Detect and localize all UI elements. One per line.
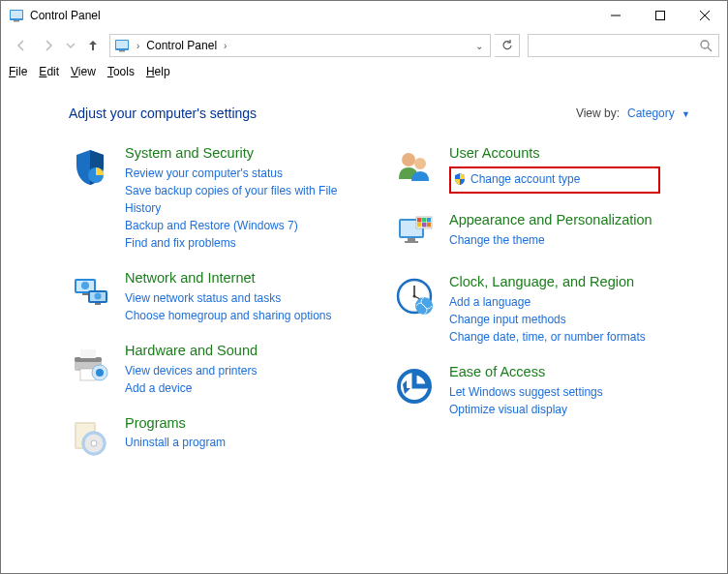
control-panel-icon [114, 38, 130, 53]
svg-point-18 [95, 292, 102, 299]
users-icon [393, 146, 436, 189]
category-title[interactable]: Appearance and Personalization [449, 211, 690, 229]
link-text: Change account type [470, 172, 580, 186]
uac-shield-icon [453, 172, 467, 186]
svg-rect-44 [427, 223, 431, 227]
svg-rect-36 [408, 238, 415, 241]
category-link[interactable]: Change the theme [449, 231, 690, 249]
svg-rect-4 [656, 12, 665, 20]
window-title: Control Panel [30, 9, 593, 22]
maximize-button[interactable] [638, 1, 682, 30]
svg-rect-42 [417, 223, 422, 227]
window-controls [593, 1, 727, 30]
chevron-right-icon[interactable]: › [224, 41, 227, 51]
svg-point-15 [81, 282, 89, 289]
close-button[interactable] [682, 1, 727, 30]
content-header: Adjust your computer's settings View by:… [69, 106, 690, 121]
category-system-security: System and Security Review your computer… [69, 144, 366, 252]
category-clock-language-region: Clock, Language, and Region Add a langua… [393, 273, 690, 346]
category-link[interactable]: Review your computer's status [125, 165, 366, 182]
category-title[interactable]: Clock, Language, and Region [449, 273, 690, 291]
svg-rect-43 [422, 223, 427, 227]
svg-point-26 [96, 369, 104, 377]
svg-rect-19 [82, 293, 88, 295]
category-title[interactable]: Ease of Access [449, 363, 690, 381]
category-title[interactable]: Network and Internet [125, 269, 366, 287]
svg-line-11 [708, 47, 712, 51]
left-column: System and Security Review your computer… [69, 144, 366, 476]
svg-rect-39 [417, 218, 422, 223]
svg-point-32 [402, 153, 415, 166]
breadcrumb[interactable]: Control Panel [146, 39, 217, 52]
category-link[interactable]: Choose homegroup and sharing options [125, 307, 366, 324]
menu-bar: File Edit View Tools Help [1, 61, 727, 82]
up-button[interactable] [80, 33, 106, 58]
address-dropdown[interactable]: ⌄ [470, 41, 488, 51]
svg-rect-9 [119, 50, 125, 52]
svg-point-33 [414, 158, 426, 169]
category-link[interactable]: Add a device [125, 379, 366, 397]
category-link[interactable]: Optimize visual display [449, 401, 690, 418]
recent-dropdown[interactable] [63, 33, 78, 58]
minimize-button[interactable] [593, 1, 638, 30]
category-link[interactable]: Find and fix problems [125, 234, 366, 252]
control-panel-icon [9, 8, 24, 23]
view-by-value: Category [627, 106, 675, 120]
menu-help[interactable]: Help [146, 65, 170, 78]
category-link[interactable]: Change input methods [449, 311, 690, 328]
category-title[interactable]: User Accounts [449, 144, 690, 163]
category-link[interactable]: Add a language [449, 293, 690, 311]
svg-point-49 [413, 294, 416, 297]
svg-rect-23 [80, 349, 96, 358]
ease-of-access-icon [393, 365, 436, 408]
chevron-down-icon: ▼ [682, 109, 690, 119]
svg-rect-41 [427, 218, 431, 223]
category-appearance-personalization: Appearance and Personalization Change th… [393, 211, 690, 256]
category-title[interactable]: Programs [125, 414, 366, 433]
menu-edit[interactable]: Edit [39, 65, 59, 78]
right-column: User Accounts Change account type [393, 144, 690, 476]
network-icon [69, 271, 111, 314]
category-title[interactable]: Hardware and Sound [125, 342, 366, 360]
search-input[interactable] [528, 34, 719, 57]
category-ease-of-access: Ease of Access Let Windows suggest setti… [393, 363, 690, 418]
content-area: Adjust your computer's settings View by:… [1, 82, 727, 476]
search-icon [699, 39, 713, 52]
menu-file[interactable]: File [9, 65, 27, 78]
category-link[interactable]: Uninstall a program [125, 434, 366, 451]
category-link[interactable]: View devices and printers [125, 362, 366, 379]
chevron-right-icon[interactable]: › [136, 41, 139, 51]
category-programs: Programs Uninstall a program [69, 414, 366, 459]
svg-rect-1 [11, 11, 22, 18]
view-by-label: View by: [576, 106, 620, 120]
menu-view[interactable]: View [71, 65, 96, 78]
view-by-dropdown[interactable]: Category ▼ [627, 106, 690, 120]
category-link[interactable]: Backup and Restore (Windows 7) [125, 217, 366, 234]
printer-icon [69, 344, 111, 386]
address-bar[interactable]: › Control Panel › ⌄ [109, 34, 491, 57]
svg-rect-40 [422, 218, 427, 223]
category-title[interactable]: System and Security [125, 144, 366, 163]
forward-button[interactable] [36, 33, 61, 58]
page-heading: Adjust your computer's settings [69, 106, 576, 121]
personalization-icon [393, 213, 436, 256]
category-link[interactable]: Change date, time, or number formats [449, 328, 690, 346]
svg-rect-20 [95, 303, 101, 305]
svg-rect-37 [405, 241, 418, 243]
shield-icon [69, 146, 111, 189]
menu-tools[interactable]: Tools [107, 65, 135, 78]
svg-point-10 [701, 41, 709, 48]
titlebar: Control Panel [1, 1, 727, 30]
navbar: › Control Panel › ⌄ [1, 30, 727, 61]
category-link[interactable]: View network status and tasks [125, 289, 366, 307]
category-link[interactable]: Save backup copies of your files with Fi… [125, 182, 366, 217]
svg-rect-8 [116, 41, 128, 48]
change-account-type-link[interactable]: Change account type [453, 170, 652, 188]
category-link[interactable]: Let Windows suggest settings [449, 383, 690, 401]
highlighted-link-box: Change account type [449, 166, 660, 194]
back-button[interactable] [9, 33, 34, 58]
clock-icon [393, 275, 436, 317]
refresh-button[interactable] [495, 34, 520, 57]
category-user-accounts: User Accounts Change account type [393, 144, 690, 194]
category-network-internet: Network and Internet View network status… [69, 269, 366, 324]
